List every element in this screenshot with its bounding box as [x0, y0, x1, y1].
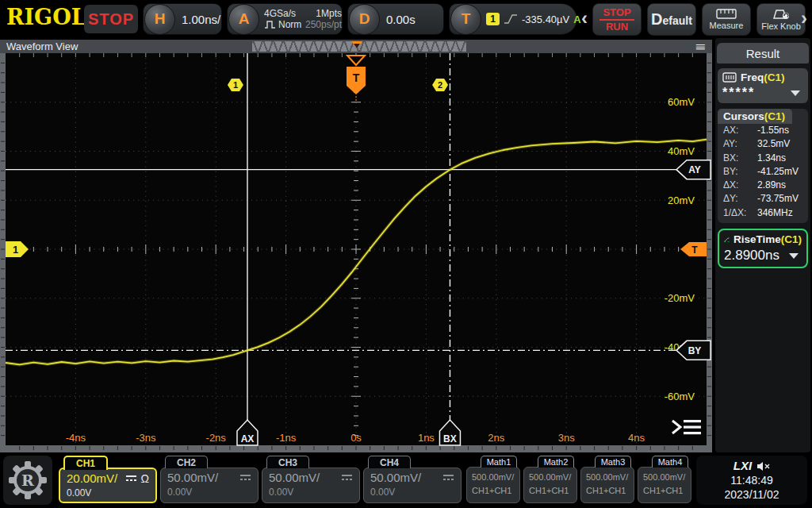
x-axis-label: -3ns [136, 432, 156, 444]
cursor-readout-row: BY:-41.25mV [718, 165, 808, 179]
knob-icon [771, 9, 791, 20]
toolbar-scroll-right-icon[interactable]: › [801, 8, 807, 29]
cursor-flag-label: BY [688, 345, 702, 356]
math-tab[interactable]: Math3 [595, 456, 631, 468]
cursors-source: (C1) [764, 110, 785, 122]
risetime-source: (C1) [781, 233, 802, 245]
channel-card-ch3[interactable]: CH350.00mV/0.00V [262, 456, 360, 505]
trigger-level: -335.40µV [522, 13, 569, 25]
risetime-expand-icon[interactable] [789, 253, 799, 259]
channel-card-ch2[interactable]: CH250.00mV/0.00V [160, 456, 259, 505]
dc-coupling-icon [442, 474, 454, 481]
waveform-plot[interactable]: 60mV40mV20mV-20mV-40mV-60mV-4ns-3ns-2ns-… [0, 53, 712, 453]
freq-measure-card[interactable]: Freq(C1) ***** [718, 68, 808, 103]
run-state-badge[interactable]: STOP [84, 5, 138, 33]
memory-depth: 1Mpts [316, 8, 342, 19]
math-card-math3[interactable]: Math3500.00mV/CH1+CH1 [580, 456, 634, 505]
cursor-readout-row: BX:1.34ns [718, 152, 808, 165]
system-status-block[interactable]: LXI 11:48:49 2023/11/02 [696, 456, 807, 505]
flex-knob-button[interactable]: Flex Knob [756, 3, 806, 36]
cursor-readout-value: -1.55ns [757, 124, 789, 137]
y-axis-label: -60mV [665, 391, 695, 402]
cursors-result-card[interactable]: Cursors(C1) AX:-1.55nsAY:32.5mVBX:1.34ns… [718, 109, 808, 223]
channel-card-ch1[interactable]: CH120.00mV/Ω0.00V [59, 456, 157, 505]
math-tab[interactable]: Math1 [481, 456, 517, 468]
utility-gear-button[interactable]: R [3, 456, 52, 505]
flex-knob-label: Flex Knob [761, 21, 801, 31]
math-card-math4[interactable]: Math4500.00mV/CH1+CH1 [638, 456, 691, 505]
cursor-readout-label: BX: [723, 152, 757, 165]
rising-edge-icon [504, 13, 518, 25]
dc-coupling-icon [125, 475, 137, 482]
math-body: 500.00mV/CH1+CH1 [466, 467, 520, 503]
sample-rate: 4GSa/s [264, 8, 296, 19]
trigger-group[interactable]: T 1 -335.40µV A [449, 3, 577, 35]
channel-tab[interactable]: CH2 [165, 456, 208, 468]
x-axis-label: 4ns [628, 432, 645, 444]
right-edge-band [707, 53, 712, 453]
channel-offset: 0.00V [67, 487, 149, 498]
channel-tab[interactable]: CH4 [368, 456, 411, 468]
x-axis-label: -1ns [276, 432, 297, 444]
y-axis-label: 20mV [668, 194, 695, 206]
math-tab[interactable]: Math4 [652, 456, 688, 468]
cursor-readout-value: 32.5mV [757, 137, 790, 151]
measure-button[interactable]: Measure [702, 3, 751, 36]
math-scale: 500.00mV/ [529, 471, 576, 484]
y-axis-label: 40mV [668, 145, 695, 157]
timebase-overview-strip[interactable] [252, 41, 466, 52]
channel-scale: 50.00mV/ [370, 471, 421, 484]
top-bar: RIGOL STOP H 1.00ns/ A 4GSa/s 1Mpts Norm [0, 0, 812, 38]
cursor-readout-value: 346MHz [757, 206, 793, 220]
channel-card-ch4[interactable]: CH450.00mV/0.00V [363, 456, 462, 505]
cursor-flag-label: BX [443, 433, 457, 444]
delay-value: 0.00s [386, 13, 416, 26]
trigger-position-marker-label: T [353, 71, 360, 84]
math-scale: 500.00mV/ [472, 471, 519, 484]
acquire-knob[interactable]: A [228, 4, 259, 35]
delay-knob[interactable]: D [349, 4, 380, 35]
freq-name: Freq [741, 71, 764, 83]
math-expression: CH1+CH1 [472, 484, 519, 498]
acquire-group[interactable]: A 4GSa/s 1Mpts Norm 250ps/pt [227, 3, 343, 35]
cursor-readout-label: ΔX: [723, 179, 757, 192]
channel-tab[interactable]: CH1 [63, 456, 108, 470]
freq-expand-icon[interactable] [791, 90, 800, 96]
left-edge-band [0, 53, 6, 453]
delay-group[interactable]: D 0.00s [347, 3, 444, 35]
rigol-logo: RIGOL [6, 5, 82, 29]
trigger-knob[interactable]: T [450, 4, 481, 35]
sound-muted-icon [756, 461, 770, 471]
math-card-math2[interactable]: Math2500.00mV/CH1+CH1 [523, 456, 577, 505]
horizontal-knob[interactable]: H [144, 4, 175, 35]
channel-tab[interactable]: CH3 [266, 456, 309, 468]
risetime-measure-card[interactable]: RiseTime(C1) 2.8900ns [718, 229, 808, 268]
x-axis-label: -2ns [206, 432, 227, 444]
system-date: 2023/11/02 [724, 487, 779, 502]
math-card-math1[interactable]: Math1500.00mV/CH1+CH1 [466, 456, 520, 505]
y-axis-label: 60mV [668, 96, 695, 108]
channel-offset: 0.00V [167, 487, 251, 498]
math-tab[interactable]: Math2 [538, 456, 574, 468]
waveform-menu-icon[interactable]: ≡ [695, 40, 706, 53]
cursor-readout-value: -41.25mV [757, 165, 799, 179]
cursor-readout-row: AY:32.5mV [718, 137, 808, 151]
horizontal-group[interactable]: H 1.00ns/ [143, 3, 222, 35]
toolbar-scroll-left-icon[interactable]: ‹ [581, 8, 588, 29]
cursor-readout-row: ΔY:-73.75mV [718, 192, 808, 206]
cursor-readout-label: AX: [723, 124, 757, 137]
gear-icon: R [7, 460, 48, 501]
math-scale: 500.00mV/ [643, 471, 691, 484]
stop-run-button[interactable]: STOP RUN [592, 3, 642, 36]
cursor-flag-label: AX [241, 433, 255, 444]
run-label: RUN [599, 21, 634, 33]
result-panel-title: Result [717, 43, 809, 64]
cursor-flag-label: AY [688, 164, 701, 175]
x-axis-label: 2ns [488, 432, 504, 444]
cursor-readout-label: ΔY: [723, 192, 757, 206]
channel-body: 50.00mV/0.00V [262, 468, 360, 503]
trigger-source-badge: 1 [486, 13, 500, 25]
default-button[interactable]: Default [647, 3, 696, 36]
svg-text:R: R [21, 471, 34, 489]
horizontal-scale: 1.00ns/ [182, 13, 220, 26]
